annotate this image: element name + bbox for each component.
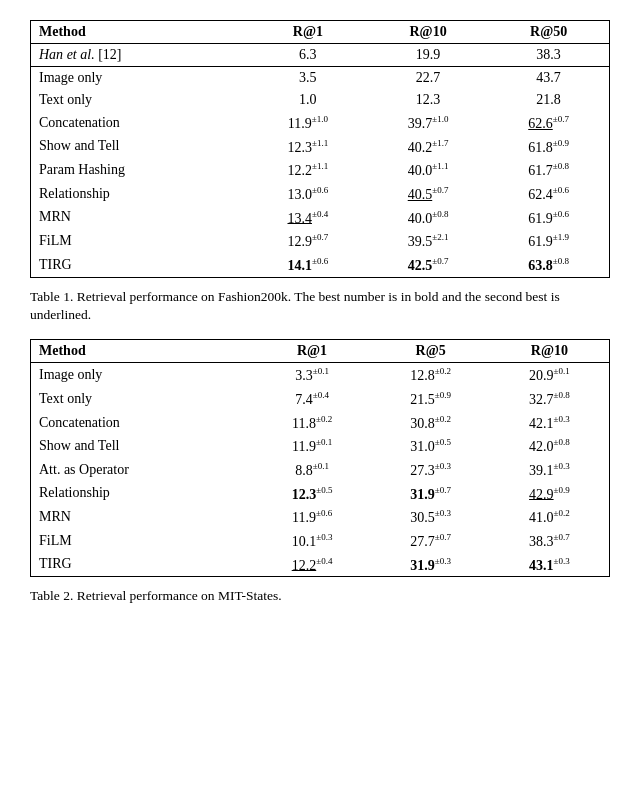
method-cell: TIRG [31, 253, 248, 277]
value-cell: 3.3±0.1 [253, 363, 372, 387]
value-cell: 20.9±0.1 [490, 363, 610, 387]
value-cell: 38.3±0.7 [490, 529, 610, 553]
value-cell: 32.7±0.8 [490, 387, 610, 411]
value-cell: 42.9±0.9 [490, 482, 610, 506]
value-cell: 61.9±0.6 [488, 206, 609, 230]
method-cell: Han et al. [12] [31, 44, 248, 67]
method-cell: Text only [31, 89, 248, 111]
value-cell: 6.3 [248, 44, 368, 67]
table-row: MRN 11.9±0.6 30.5±0.3 41.0±0.2 [31, 505, 610, 529]
method-cell: FiLM [31, 229, 248, 253]
table-row: Att. as Operator 8.8±0.1 27.3±0.3 39.1±0… [31, 458, 610, 482]
table-row: Concatenation 11.9±1.0 39.7±1.0 62.6±0.7 [31, 111, 610, 135]
value-cell: 11.9±0.6 [253, 505, 372, 529]
table-row: Show and Tell 11.9±0.1 31.0±0.5 42.0±0.8 [31, 434, 610, 458]
table-row: Show and Tell 12.3±1.1 40.2±1.7 61.8±0.9 [31, 135, 610, 159]
table1-container: Method R@1 R@10 R@50 Han et al. [12] 6.3… [30, 20, 610, 278]
table-row: Han et al. [12] 6.3 19.9 38.3 [31, 44, 610, 67]
value-cell: 11.9±1.0 [248, 111, 368, 135]
value-cell: 11.8±0.2 [253, 411, 372, 435]
value-cell: 8.8±0.1 [253, 458, 372, 482]
table-row: Relationship 13.0±0.6 40.5±0.7 62.4±0.6 [31, 182, 610, 206]
value-cell: 39.1±0.3 [490, 458, 610, 482]
value-cell: 12.2±0.4 [253, 553, 372, 577]
table-row: Text only 7.4±0.4 21.5±0.9 32.7±0.8 [31, 387, 610, 411]
method-cell: Image only [31, 67, 248, 90]
table-row: Image only 3.3±0.1 12.8±0.2 20.9±0.1 [31, 363, 610, 387]
value-cell: 42.5±0.7 [368, 253, 488, 277]
table-row: TIRG 12.2±0.4 31.9±0.3 43.1±0.3 [31, 553, 610, 577]
value-cell: 61.8±0.9 [488, 135, 609, 159]
method-cell: Att. as Operator [31, 458, 253, 482]
table2-container: Method R@1 R@5 R@10 Image only 3.3±0.1 1… [30, 339, 610, 577]
value-cell: 40.5±0.7 [368, 182, 488, 206]
value-cell: 30.8±0.2 [371, 411, 490, 435]
value-cell: 11.9±0.1 [253, 434, 372, 458]
page-content: Method R@1 R@10 R@50 Han et al. [12] 6.3… [30, 20, 610, 606]
value-cell: 12.3±0.5 [253, 482, 372, 506]
table-row: Concatenation 11.8±0.2 30.8±0.2 42.1±0.3 [31, 411, 610, 435]
method-cell: Concatenation [31, 111, 248, 135]
method-cell: Concatenation [31, 411, 253, 435]
table2-col-method: Method [31, 340, 253, 363]
method-cell: FiLM [31, 529, 253, 553]
method-cell: Show and Tell [31, 135, 248, 159]
value-cell: 19.9 [368, 44, 488, 67]
method-cell: Image only [31, 363, 253, 387]
value-cell: 31.9±0.7 [371, 482, 490, 506]
table-row: Param Hashing 12.2±1.1 40.0±1.1 61.7±0.8 [31, 158, 610, 182]
method-cell: TIRG [31, 553, 253, 577]
table1-col-r50: R@50 [488, 21, 609, 44]
method-cell: Relationship [31, 482, 253, 506]
value-cell: 21.5±0.9 [371, 387, 490, 411]
value-cell: 21.8 [488, 89, 609, 111]
value-cell: 27.3±0.3 [371, 458, 490, 482]
value-cell: 22.7 [368, 67, 488, 90]
method-cell: Relationship [31, 182, 248, 206]
value-cell: 1.0 [248, 89, 368, 111]
value-cell: 40.0±1.1 [368, 158, 488, 182]
table2-caption: Table 2. Retrieval performance on MIT-St… [30, 587, 610, 606]
table2-col-r10: R@10 [490, 340, 610, 363]
table1-col-method: Method [31, 21, 248, 44]
value-cell: 31.9±0.3 [371, 553, 490, 577]
value-cell: 61.9±1.9 [488, 229, 609, 253]
value-cell: 39.7±1.0 [368, 111, 488, 135]
table-row: Relationship 12.3±0.5 31.9±0.7 42.9±0.9 [31, 482, 610, 506]
value-cell: 39.5±2.1 [368, 229, 488, 253]
table1: Method R@1 R@10 R@50 Han et al. [12] 6.3… [30, 20, 610, 278]
table-row: FiLM 10.1±0.3 27.7±0.7 38.3±0.7 [31, 529, 610, 553]
table-row: MRN 13.4±0.4 40.0±0.8 61.9±0.6 [31, 206, 610, 230]
table-row: FiLM 12.9±0.7 39.5±2.1 61.9±1.9 [31, 229, 610, 253]
method-cell: MRN [31, 505, 253, 529]
value-cell: 27.7±0.7 [371, 529, 490, 553]
value-cell: 3.5 [248, 67, 368, 90]
value-cell: 42.0±0.8 [490, 434, 610, 458]
table-row: Text only 1.0 12.3 21.8 [31, 89, 610, 111]
table1-caption: Table 1. Retrieval performance on Fashio… [30, 288, 610, 326]
value-cell: 31.0±0.5 [371, 434, 490, 458]
value-cell: 43.7 [488, 67, 609, 90]
table2-col-r5: R@5 [371, 340, 490, 363]
value-cell: 12.3±1.1 [248, 135, 368, 159]
value-cell: 62.6±0.7 [488, 111, 609, 135]
value-cell: 13.0±0.6 [248, 182, 368, 206]
value-cell: 40.2±1.7 [368, 135, 488, 159]
value-cell: 40.0±0.8 [368, 206, 488, 230]
value-cell: 12.8±0.2 [371, 363, 490, 387]
value-cell: 14.1±0.6 [248, 253, 368, 277]
value-cell: 12.2±1.1 [248, 158, 368, 182]
value-cell: 43.1±0.3 [490, 553, 610, 577]
method-cell: Show and Tell [31, 434, 253, 458]
table1-col-r1: R@1 [248, 21, 368, 44]
method-cell: Text only [31, 387, 253, 411]
value-cell: 13.4±0.4 [248, 206, 368, 230]
value-cell: 42.1±0.3 [490, 411, 610, 435]
table2: Method R@1 R@5 R@10 Image only 3.3±0.1 1… [30, 339, 610, 577]
value-cell: 12.3 [368, 89, 488, 111]
table-row: TIRG 14.1±0.6 42.5±0.7 63.8±0.8 [31, 253, 610, 277]
value-cell: 61.7±0.8 [488, 158, 609, 182]
value-cell: 10.1±0.3 [253, 529, 372, 553]
table1-col-r10: R@10 [368, 21, 488, 44]
value-cell: 62.4±0.6 [488, 182, 609, 206]
